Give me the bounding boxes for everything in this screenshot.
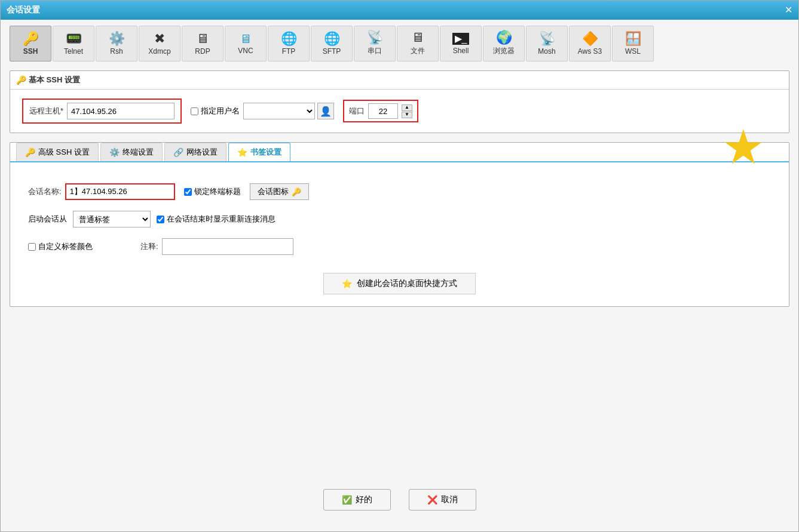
port-up-button[interactable]: ▲ xyxy=(402,104,412,111)
wsl-icon: 🪟 xyxy=(625,32,641,45)
basic-ssh-header: 🔑 基本 SSH 设置 xyxy=(10,71,789,90)
mosh-icon: 📡 xyxy=(539,32,555,45)
tab-serial-label: 串口 xyxy=(368,46,382,56)
tab-wsl[interactable]: 🪟 WSL xyxy=(612,26,654,61)
cancel-button[interactable]: ❌ 取消 xyxy=(409,489,476,511)
port-spinner: ▲ ▼ xyxy=(402,104,412,118)
bookmark-body: 会话名称: 锁定终端标题 会话图标 🔑 启动会话从 xyxy=(10,171,789,306)
tab-rsh-label: Rsh xyxy=(110,47,123,56)
network-icon: 🔗 xyxy=(173,147,183,157)
subtab-advanced-label: 高级 SSH 设置 xyxy=(38,147,90,158)
serial-icon: 📡 xyxy=(367,31,383,44)
window-title: 会话设置 xyxy=(7,5,40,16)
advanced-icon: 🔑 xyxy=(25,147,35,157)
reconnect-checkbox[interactable] xyxy=(157,216,164,223)
tab-telnet[interactable]: 📟 Telnet xyxy=(53,26,94,61)
custom-tag-label-text: 自定义标签颜色 xyxy=(38,241,93,252)
session-name-input[interactable] xyxy=(65,183,175,200)
basic-ssh-header-icon: 🔑 xyxy=(16,75,26,85)
bm-row-3: 自定义标签颜色 注释: xyxy=(28,238,771,255)
reconnect-checkbox-label[interactable]: 在会话结束时显示重新连接消息 xyxy=(157,214,275,225)
ok-icon: ✅ xyxy=(342,495,352,505)
bm-row-2: 启动会话从 普通标签 独立窗口 全屏 在会话结束时显示重新连接消息 xyxy=(28,211,771,227)
tab-files[interactable]: 🖥 文件 xyxy=(397,26,439,61)
telnet-icon: 📟 xyxy=(66,32,82,45)
ftp-icon: 🌐 xyxy=(281,32,297,45)
sftp-icon: 🌐 xyxy=(324,32,340,45)
subtab-bookmark[interactable]: ⭐ 书签设置 xyxy=(228,143,290,161)
lock-checkbox[interactable] xyxy=(184,188,192,196)
session-icon-button[interactable]: 会话图标 🔑 xyxy=(250,183,309,200)
settings-panel: 🔑 高级 SSH 设置 ⚙️ 终端设置 🔗 网络设置 ⭐ 书签设置 xyxy=(10,142,789,307)
tab-shell[interactable]: ▶_ Shell xyxy=(440,26,482,61)
shortcut-icon: ⭐ xyxy=(342,279,352,288)
session-icon-label: 会话图标 xyxy=(258,186,289,197)
specify-username-label[interactable]: 指定用户名 xyxy=(191,106,240,116)
tab-shell-label: Shell xyxy=(453,47,469,55)
files-icon: 🖥 xyxy=(411,31,424,44)
specify-username-checkbox[interactable] xyxy=(191,107,198,115)
remote-host-input[interactable] xyxy=(67,103,175,119)
tab-serial[interactable]: 📡 串口 xyxy=(354,26,396,61)
port-input[interactable] xyxy=(368,103,398,119)
session-icon-icon: 🔑 xyxy=(292,187,301,196)
rsh-icon: ⚙️ xyxy=(109,32,125,45)
bm-row-1: 会话名称: 锁定终端标题 会话图标 🔑 xyxy=(28,183,771,200)
lock-checkbox-label[interactable]: 锁定终端标题 xyxy=(184,186,241,197)
notes-input[interactable] xyxy=(162,238,293,255)
xdmcp-icon: ✖ xyxy=(154,32,165,45)
close-button[interactable]: ✕ xyxy=(785,5,792,15)
cancel-label: 取消 xyxy=(441,494,458,505)
subtab-advanced[interactable]: 🔑 高级 SSH 设置 xyxy=(16,143,99,161)
tab-rsh[interactable]: ⚙️ Rsh xyxy=(96,26,137,61)
port-label: 端口 xyxy=(349,106,365,116)
ok-button[interactable]: ✅ 好的 xyxy=(323,489,391,511)
shortcut-label: 创建此会话的桌面快捷方式 xyxy=(357,278,457,289)
subtab-terminal-label: 终端设置 xyxy=(123,147,154,158)
desktop-shortcut-button[interactable]: ⭐ 创建此会话的桌面快捷方式 xyxy=(323,273,476,294)
sub-tabs: 🔑 高级 SSH 设置 ⚙️ 终端设置 🔗 网络设置 ⭐ 书签设置 xyxy=(10,143,789,162)
protocol-tabs: 🔑 SSH 📟 Telnet ⚙️ Rsh ✖ Xdmcp 🖥 RDP xyxy=(10,26,789,61)
tab-sftp-label: SFTP xyxy=(323,47,341,56)
tab-rdp-label: RDP xyxy=(195,47,210,56)
tab-browser[interactable]: 🌍 浏览器 xyxy=(483,26,525,61)
subtab-network[interactable]: 🔗 网络设置 xyxy=(164,143,226,161)
ssh-form-row: 远程主机* 指定用户名 👤 xyxy=(22,99,777,124)
username-select[interactable] xyxy=(243,103,315,119)
session-name-label: 会话名称: xyxy=(28,186,62,197)
tab-awss3[interactable]: 🔶 Aws S3 xyxy=(569,26,611,61)
tab-ssh-label: SSH xyxy=(23,47,38,56)
custom-tag-checkbox[interactable] xyxy=(28,243,36,251)
main-window: 会话设置 ✕ 🔑 SSH 📟 Telnet ⚙️ Rsh ✖ Xdmc xyxy=(0,0,799,532)
tab-mosh-label: Mosh xyxy=(538,47,555,56)
basic-ssh-title: 基本 SSH 设置 xyxy=(29,75,80,85)
terminal-icon: ⚙️ xyxy=(109,147,120,157)
ok-label: 好的 xyxy=(356,494,372,505)
custom-tag-checkbox-label[interactable]: 自定义标签颜色 xyxy=(28,241,93,252)
tab-xdmcp-label: Xdmcp xyxy=(148,47,170,56)
user-icon-button[interactable]: 👤 xyxy=(317,103,334,119)
shortcut-row: ⭐ 创建此会话的桌面快捷方式 xyxy=(28,273,771,294)
tab-sftp[interactable]: 🌐 SFTP xyxy=(311,26,353,61)
lock-label-text: 锁定终端标题 xyxy=(194,186,241,197)
start-select[interactable]: 普通标签 独立窗口 全屏 xyxy=(73,211,151,227)
shell-icon: ▶_ xyxy=(452,33,470,45)
tab-ssh[interactable]: 🔑 SSH xyxy=(10,26,51,61)
subtab-network-label: 网络设置 xyxy=(186,147,218,158)
subtab-terminal[interactable]: ⚙️ 终端设置 xyxy=(100,143,163,161)
port-group: 端口 ▲ ▼ xyxy=(343,100,418,122)
remote-host-label: 远程主机* xyxy=(29,106,63,116)
username-dropdown-group: 👤 xyxy=(243,103,334,119)
tab-files-label: 文件 xyxy=(411,46,425,56)
tab-ftp[interactable]: 🌐 FTP xyxy=(268,26,310,61)
cancel-icon: ❌ xyxy=(427,495,437,505)
tab-mosh[interactable]: 📡 Mosh xyxy=(526,26,568,61)
reconnect-label-text: 在会话结束时显示重新连接消息 xyxy=(167,214,275,225)
ssh-icon: 🔑 xyxy=(23,32,39,45)
tab-vnc[interactable]: 🖥 VNC xyxy=(225,26,267,61)
tab-rdp[interactable]: 🖥 RDP xyxy=(182,26,224,61)
vnc-icon: 🖥 xyxy=(240,33,252,45)
port-down-button[interactable]: ▼ xyxy=(402,112,412,118)
tab-xdmcp[interactable]: ✖ Xdmcp xyxy=(139,26,180,61)
awss3-icon: 🔶 xyxy=(582,32,598,45)
